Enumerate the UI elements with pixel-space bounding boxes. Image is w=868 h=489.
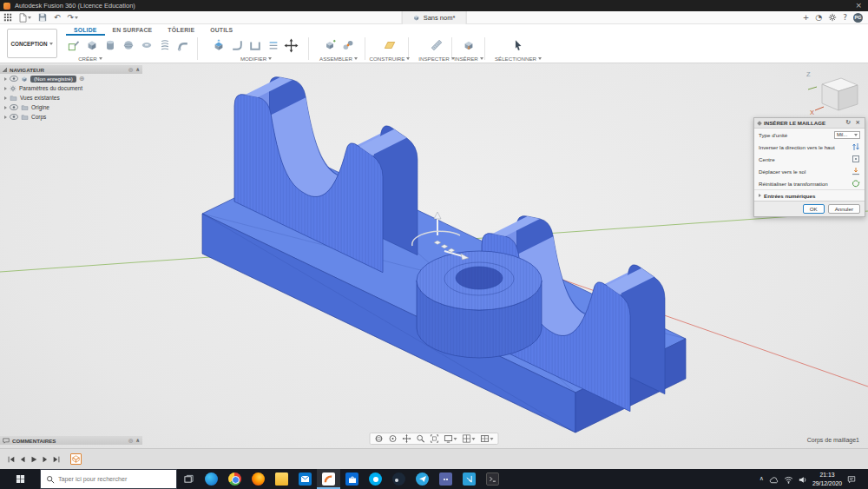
taskbar-clock[interactable]: 21:13 29/12/2020	[812, 471, 842, 486]
panel-options-icon[interactable]: ◎	[128, 438, 133, 443]
coil-icon[interactable]	[155, 36, 174, 55]
job-status-icon[interactable]: ◔	[815, 14, 822, 22]
expand-icon[interactable]	[4, 106, 7, 109]
tab-outils[interactable]: OUTILS	[202, 24, 240, 36]
pan-icon[interactable]	[401, 433, 413, 444]
measure-icon[interactable]	[427, 36, 445, 55]
timeline-skip-end-icon[interactable]	[50, 453, 62, 466]
group-label-assemble[interactable]: ASSEMBLER	[320, 55, 357, 63]
viewport-layout-icon[interactable]	[479, 433, 496, 444]
document-tab[interactable]: Sans nom*	[402, 11, 467, 24]
volume-icon[interactable]	[799, 472, 807, 487]
tab-tolerie[interactable]: TÔLERIE	[160, 24, 202, 36]
expand-icon[interactable]	[4, 116, 7, 119]
comments-header[interactable]: COMMENTAIRES ◎ ∧	[0, 436, 142, 445]
expand-icon[interactable]	[4, 87, 7, 90]
save-icon[interactable]	[35, 11, 50, 24]
start-button[interactable]	[0, 469, 40, 489]
group-label-create[interactable]: CRÉER	[64, 55, 116, 63]
navigator-item-named-views[interactable]: Vues existantes	[0, 93, 142, 102]
search-input[interactable]	[58, 475, 161, 483]
navigator-item-origin[interactable]: Origine	[0, 102, 142, 112]
taskbar-app-discord[interactable]	[434, 469, 457, 489]
tab-solide[interactable]: SOLIDE	[66, 24, 105, 36]
tab-en-surface[interactable]: EN SURFACE	[105, 24, 161, 36]
tray-chevron-up-icon[interactable]: ∧	[760, 476, 764, 482]
move-to-ground-icon[interactable]	[852, 167, 860, 175]
taskbar-app-mail[interactable]	[293, 469, 317, 489]
move-copy-icon[interactable]	[282, 36, 300, 55]
insert-mesh-dialog[interactable]: INSÉRER LE MAILLAGE ↻ × Type d'unité Mil…	[753, 117, 865, 217]
wifi-icon[interactable]	[784, 472, 793, 487]
undo-icon[interactable]: ↶	[50, 11, 64, 24]
unit-type-select[interactable]: Mil...	[834, 131, 860, 139]
cancel-button[interactable]: Annuler	[828, 204, 860, 214]
timeline-step-back-icon[interactable]	[16, 453, 28, 466]
mesh-body[interactable]	[202, 77, 686, 433]
group-label-inspect[interactable]: INSPECTER	[418, 55, 455, 63]
sphere-icon[interactable]	[119, 36, 137, 55]
app-grid-menu-icon[interactable]	[0, 11, 16, 24]
center-icon[interactable]	[852, 155, 860, 163]
close-window-icon[interactable]: ×	[855, 2, 862, 10]
expand-icon[interactable]	[4, 96, 7, 100]
collapse-panel-icon[interactable]: ∧	[135, 67, 140, 72]
grid-display-icon[interactable]	[461, 433, 477, 444]
insert-mesh-icon[interactable]	[459, 36, 477, 55]
cylinder-icon[interactable]	[101, 36, 119, 55]
create-sketch-icon[interactable]	[64, 36, 82, 55]
expand-icon[interactable]	[4, 77, 7, 81]
box-icon[interactable]	[82, 36, 101, 55]
taskbar-app-steam[interactable]	[387, 469, 411, 489]
redo-icon[interactable]: ↷	[64, 11, 82, 24]
navigator-root-row[interactable]: (Non enregistré) ⊕	[0, 74, 142, 83]
preferences-gear-icon[interactable]	[828, 10, 837, 25]
display-settings-icon[interactable]	[443, 433, 459, 444]
fillet-icon[interactable]	[227, 36, 246, 55]
timeline-step-forward-icon[interactable]	[39, 453, 50, 466]
shell-icon[interactable]	[246, 36, 264, 55]
user-avatar[interactable]: PG	[853, 13, 863, 23]
select-cursor-icon[interactable]	[509, 36, 527, 55]
joint-icon[interactable]	[339, 36, 357, 55]
panel-options-icon[interactable]: ◎	[128, 67, 133, 72]
dialog-reset-icon[interactable]: ↻	[845, 120, 852, 126]
taskbar-app-fusion-360[interactable]	[317, 469, 340, 489]
press-pull-icon[interactable]	[209, 36, 227, 55]
navigator-header[interactable]: NAVIGATEUR ◎ ∧	[0, 65, 142, 74]
onedrive-cloud-icon[interactable]	[769, 472, 779, 487]
reset-transform-icon[interactable]	[852, 179, 860, 188]
visibility-eye-icon[interactable]	[10, 104, 18, 110]
offset-face-icon[interactable]	[264, 36, 282, 55]
3d-viewport[interactable]: NAVIGATEUR ◎ ∧ (Non enregistré) ⊕ Paramè…	[0, 63, 868, 448]
dialog-close-icon[interactable]: ×	[854, 120, 861, 126]
orbit-icon[interactable]	[373, 433, 385, 444]
construction-plane-icon[interactable]	[380, 36, 398, 55]
taskbar-app-explorer[interactable]	[270, 469, 293, 489]
visibility-eye-icon[interactable]	[10, 114, 18, 120]
taskbar-app-edge[interactable]	[200, 469, 223, 489]
flip-direction-icon[interactable]	[852, 142, 860, 151]
timeline-skip-start-icon[interactable]	[5, 453, 16, 466]
file-menu-icon[interactable]	[16, 11, 35, 24]
torus-icon[interactable]	[137, 36, 155, 55]
document-name-badge[interactable]: (Non enregistré)	[30, 76, 76, 83]
timeline-play-icon[interactable]	[28, 453, 39, 466]
help-icon[interactable]: ?	[843, 14, 847, 22]
action-center-icon[interactable]	[847, 472, 856, 487]
navigator-item-bodies[interactable]: Corps	[0, 112, 142, 122]
dialog-header[interactable]: INSÉRER LE MAILLAGE ↻ ×	[754, 118, 865, 129]
look-at-icon[interactable]	[387, 433, 399, 444]
taskbar-app-firefox[interactable]	[247, 469, 270, 489]
taskbar-app-terminal[interactable]	[481, 469, 504, 489]
fit-view-icon[interactable]	[429, 433, 441, 444]
add-circle-icon[interactable]: ⊕	[79, 76, 85, 83]
zoom-icon[interactable]	[415, 433, 427, 444]
expand-panel-icon[interactable]: ∧	[135, 438, 140, 443]
ok-button[interactable]: OK	[803, 204, 825, 214]
taskbar-app-skype[interactable]	[364, 469, 387, 489]
new-component-icon[interactable]	[320, 36, 339, 55]
timeline-mesh-feature-marker[interactable]	[70, 453, 82, 465]
task-view-icon[interactable]	[177, 469, 200, 489]
taskbar-app-store[interactable]	[340, 469, 364, 489]
